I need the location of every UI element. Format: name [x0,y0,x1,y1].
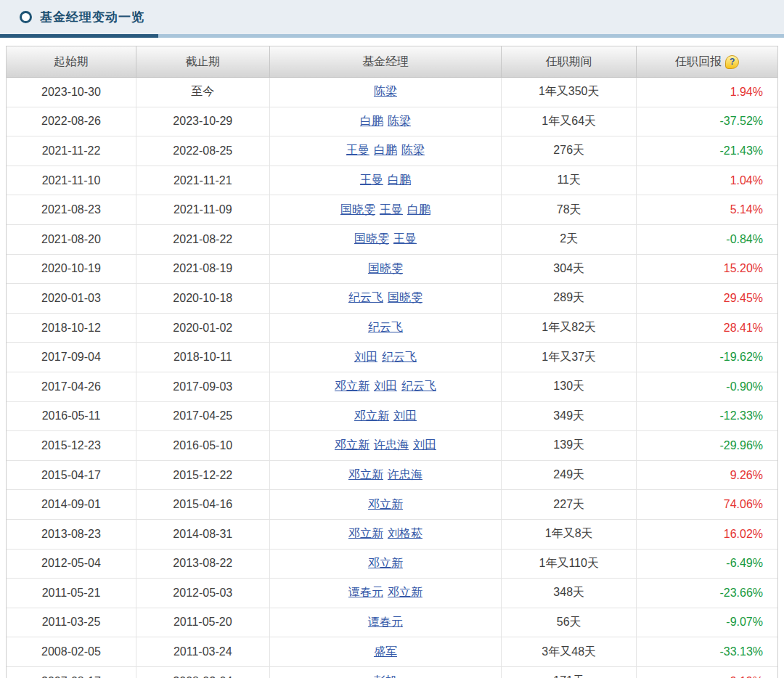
return-cell: 5.14% [637,195,777,225]
manager-link[interactable]: 彭旭 [374,674,397,678]
start-date-cell: 2021-11-22 [7,136,136,166]
manager-link[interactable]: 国晓雯 [340,203,375,216]
manager-link[interactable]: 国晓雯 [388,291,422,303]
end-date-cell: 2021-11-21 [136,166,269,195]
manager-link[interactable]: 王曼 [380,203,403,216]
manager-link[interactable]: 邓立新 [335,438,369,451]
return-cell: 9.19% [637,666,777,678]
manager-link[interactable]: 邓立新 [368,498,403,510]
return-cell: -33.13% [637,637,777,667]
help-icon[interactable]: ? [725,55,739,69]
managers-cell: 纪云飞国晓雯 [269,284,502,314]
duration-cell: 139天 [502,431,637,461]
managers-cell: 邓立新许忠海 [269,460,502,490]
manager-link[interactable]: 陈梁 [388,115,411,127]
manager-link[interactable]: 刘格菘 [388,527,422,539]
manager-link[interactable]: 国晓雯 [368,262,403,274]
manager-link[interactable]: 谭春元 [368,616,403,628]
column-header-tenure-period: 任职期间 [502,46,637,78]
table-row: 2013-08-232014-08-31邓立新刘格菘1年又8天16.02% [7,519,777,549]
end-date-cell: 2011-05-20 [136,608,269,637]
table-row: 2021-08-232021-11-09国晓雯王曼白鹏78天5.14% [7,195,777,225]
end-date-cell: 2021-08-19 [136,254,269,284]
managers-cell: 纪云飞 [269,313,502,343]
manager-link[interactable]: 纪云飞 [401,380,436,392]
section-divider-accent [0,34,158,38]
manager-link[interactable]: 邓立新 [388,586,422,598]
column-header-label: 截止期 [185,55,220,68]
section-bullet-icon [20,11,32,23]
managers-cell: 刘田纪云飞 [269,343,502,372]
managers-cell: 邓立新刘格菘 [269,519,502,549]
managers-cell: 谭春元 [269,608,502,637]
end-date-cell: 2022-08-25 [136,136,269,166]
manager-link[interactable]: 刘田 [374,380,397,392]
table-row: 2015-12-232016-05-10邓立新许忠海刘田139天-29.96% [7,431,777,461]
column-header-end-date: 截止期 [136,46,269,78]
table-row: 2011-03-252011-05-20谭春元56天-9.07% [7,608,777,637]
column-header-label: 基金经理 [362,55,409,68]
manager-link[interactable]: 白鹏 [360,115,383,127]
return-cell: -19.62% [637,343,777,372]
end-date-cell: 2012-05-03 [136,579,269,608]
table-row: 2017-09-042018-10-11刘田纪云飞1年又37天-19.62% [7,343,777,372]
duration-cell: 227天 [502,490,637,520]
manager-link[interactable]: 谭春元 [348,586,383,598]
end-date-cell: 2023-10-29 [136,107,269,136]
table-row: 2015-04-172015-12-22邓立新许忠海249天9.26% [7,460,777,490]
duration-cell: 304天 [502,254,637,284]
manager-link[interactable]: 刘田 [354,351,377,363]
manager-link[interactable]: 王曼 [393,232,417,245]
duration-cell: 56天 [502,608,637,637]
manager-link[interactable]: 邓立新 [368,557,403,569]
manager-link[interactable]: 邓立新 [335,380,369,392]
manager-link[interactable]: 纪云飞 [348,291,383,303]
column-header-label: 任职回报 [675,55,722,68]
manager-link[interactable]: 许忠海 [374,438,409,451]
managers-cell: 邓立新刘田 [269,401,502,431]
manager-link[interactable]: 白鹏 [388,173,411,186]
manager-link[interactable]: 刘田 [413,438,436,451]
return-cell: -9.07% [637,608,777,637]
manager-link[interactable]: 邓立新 [354,409,389,422]
manager-link[interactable]: 许忠海 [388,468,422,481]
manager-link[interactable]: 陈梁 [401,144,425,156]
end-date-cell: 2021-11-09 [136,195,269,225]
table-header-row: 起始期截止期基金经理任职期间任职回报? [7,46,777,78]
end-date-cell: 至今 [136,78,269,107]
duration-cell: 1年又82天 [502,313,637,343]
managers-cell: 国晓雯 [269,254,502,284]
end-date-cell: 2008-02-04 [136,666,269,678]
return-cell: 1.94% [637,78,777,107]
start-date-cell: 2021-08-20 [7,224,136,254]
column-header-start-date: 起始期 [7,46,136,78]
end-date-cell: 2015-04-16 [136,490,269,520]
end-date-cell: 2020-10-18 [136,284,269,314]
duration-cell: 1年又8天 [502,519,637,549]
table-row: 2021-11-102021-11-21王曼白鹏11天1.04% [7,166,777,195]
duration-cell: 1年又37天 [502,343,637,372]
table-row: 2020-10-192021-08-19国晓雯304天15.20% [7,254,777,284]
return-cell: -0.90% [637,372,777,401]
end-date-cell: 2021-08-22 [136,224,269,254]
manager-link[interactable]: 王曼 [346,144,369,156]
manager-link[interactable]: 邓立新 [348,468,383,481]
table-row: 2016-05-112017-04-25邓立新刘田349天-12.33% [7,401,777,431]
manager-link[interactable]: 纪云飞 [368,321,403,333]
manager-link[interactable]: 王曼 [360,173,383,186]
manager-link[interactable]: 刘田 [393,409,417,422]
table-row: 2008-02-052011-03-24盛军3年又48天-33.13% [7,637,777,667]
manager-link[interactable]: 盛军 [374,645,397,658]
manager-link[interactable]: 国晓雯 [354,232,389,245]
manager-link[interactable]: 陈梁 [374,85,397,97]
manager-link[interactable]: 邓立新 [348,527,383,539]
managers-cell: 白鹏陈梁 [269,107,502,136]
manager-link[interactable]: 纪云飞 [382,351,417,363]
table-row: 2007-08-172008-02-04彭旭171天9.19% [7,666,777,678]
managers-cell: 陈梁 [269,78,502,107]
duration-cell: 78天 [502,195,637,225]
return-cell: -6.49% [637,549,777,579]
manager-link[interactable]: 白鹏 [374,144,397,156]
managers-cell: 邓立新许忠海刘田 [269,431,502,461]
manager-link[interactable]: 白鹏 [407,203,430,216]
